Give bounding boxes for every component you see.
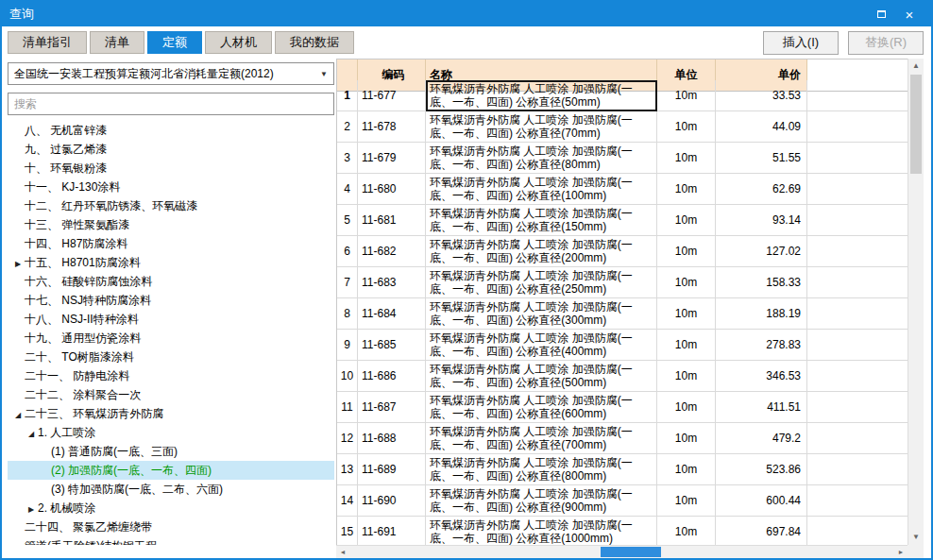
vertical-scrollbar-thumb[interactable] <box>910 75 922 174</box>
row-number-cell[interactable]: 12 <box>337 423 358 454</box>
price-cell[interactable]: 188.19 <box>716 298 807 330</box>
table-row[interactable]: 1111-687环氧煤沥青外防腐 人工喷涂 加强防腐(一底、一布、四面) 公称直… <box>337 392 908 423</box>
row-number-cell[interactable]: 6 <box>337 236 358 267</box>
unit-cell[interactable]: 10m <box>657 267 716 298</box>
tree-item[interactable]: 十六、 硅酸锌防腐蚀涂料 <box>8 272 334 291</box>
table-row[interactable]: 911-685环氧煤沥青外防腐 人工喷涂 加强防腐(一底、一布、四面) 公称直径… <box>337 330 908 361</box>
name-cell[interactable]: 环氧煤沥青外防腐 人工喷涂 加强防腐(一底、一布、四面) 公称直径(100mm) <box>426 174 657 205</box>
row-number-cell[interactable]: 2 <box>337 111 358 143</box>
row-number-cell[interactable]: 5 <box>337 205 358 236</box>
code-cell[interactable]: 11-677 <box>358 80 426 111</box>
tree-item[interactable]: 八、 无机富锌漆 <box>8 121 334 140</box>
name-cell[interactable]: 环氧煤沥青外防腐 人工喷涂 加强防腐(一底、一布、四面) 公称直径(700mm) <box>426 423 657 454</box>
code-cell[interactable]: 11-688 <box>358 423 426 454</box>
insert-button[interactable]: 插入(I) <box>763 31 839 55</box>
table-row[interactable]: 1211-688环氧煤沥青外防腐 人工喷涂 加强防腐(一底、一布、四面) 公称直… <box>337 423 908 454</box>
tree-item[interactable]: 十八、 NSJ-II特种涂料 <box>8 310 334 329</box>
tree-item[interactable]: 十九、 通用型仿瓷涂料 <box>8 329 334 348</box>
code-cell[interactable]: 11-687 <box>358 392 426 423</box>
name-cell[interactable]: 环氧煤沥青外防腐 人工喷涂 加强防腐(一底、一布、四面) 公称直径(400mm) <box>426 330 657 361</box>
tree-item[interactable]: ◢1. 人工喷涂 <box>8 423 334 442</box>
close-button[interactable]: × <box>895 5 924 24</box>
scroll-right-icon[interactable]: ► <box>894 546 908 558</box>
replace-button[interactable]: 替换(R) <box>848 31 924 55</box>
row-number-cell[interactable]: 7 <box>337 267 358 298</box>
table-row[interactable]: 411-680环氧煤沥青外防腐 人工喷涂 加强防腐(一底、一布、四面) 公称直径… <box>337 174 908 205</box>
code-cell[interactable]: 11-681 <box>358 205 426 236</box>
tab-list[interactable]: 清单 <box>90 31 144 54</box>
combo-dropdown-icon[interactable]: ▼ <box>316 70 331 78</box>
unit-cell[interactable]: 10m <box>657 298 716 330</box>
tree-item[interactable]: 二十四、 聚氯乙烯缠绕带 <box>8 518 334 536</box>
tab-quota[interactable]: 定额 <box>147 31 202 54</box>
unit-cell[interactable]: 10m <box>657 454 716 485</box>
tree-item[interactable]: 二十一、 防静电涂料 <box>8 366 334 385</box>
price-cell[interactable]: 44.09 <box>716 111 807 143</box>
table-row[interactable]: 211-678环氧煤沥青外防腐 人工喷涂 加强防腐(一底、一布、四面) 公称直径… <box>337 111 908 143</box>
row-number-cell[interactable]: 9 <box>337 330 358 361</box>
name-cell[interactable]: 环氧煤沥青外防腐 人工喷涂 加强防腐(一底、一布、四面) 公称直径(50mm) <box>426 80 657 111</box>
code-cell[interactable]: 11-682 <box>358 236 426 267</box>
search-input[interactable] <box>8 93 334 115</box>
tree-item[interactable]: (3) 特加强防腐(一底、二布、六面) <box>8 480 334 499</box>
code-cell[interactable]: 11-690 <box>358 485 426 517</box>
name-cell[interactable]: 环氧煤沥青外防腐 人工喷涂 加强防腐(一底、一布、四面) 公称直径(80mm) <box>426 143 657 174</box>
code-cell[interactable]: 11-683 <box>358 267 426 298</box>
tree-item[interactable]: ▶2. 机械喷涂 <box>8 499 334 518</box>
name-cell[interactable]: 环氧煤沥青外防腐 人工喷涂 加强防腐(一底、一布、四面) 公称直径(800mm) <box>426 454 657 485</box>
table-row[interactable]: 1511-691环氧煤沥青外防腐 人工喷涂 加强防腐(一底、一布、四面) 公称直… <box>337 517 908 545</box>
price-cell[interactable]: 33.53 <box>716 80 807 111</box>
tree-expanded-icon[interactable]: ◢ <box>11 406 25 423</box>
price-cell[interactable]: 523.86 <box>716 454 807 485</box>
unit-cell[interactable]: 10m <box>657 330 716 361</box>
unit-cell[interactable]: 10m <box>657 361 716 392</box>
table-row[interactable]: 511-681环氧煤沥青外防腐 人工喷涂 加强防腐(一底、一布、四面) 公称直径… <box>337 205 908 236</box>
tree-collapsed-icon[interactable]: ▶ <box>11 255 25 272</box>
name-cell[interactable]: 环氧煤沥青外防腐 人工喷涂 加强防腐(一底、一布、四面) 公称直径(900mm) <box>426 485 657 517</box>
tree-item[interactable]: 十二、 红丹环氧防锈漆、环氧磁漆 <box>8 196 334 215</box>
price-cell[interactable]: 158.33 <box>716 267 807 298</box>
row-number-cell[interactable]: 13 <box>337 454 358 485</box>
tab-list-guide[interactable]: 清单指引 <box>8 31 87 54</box>
table-row[interactable]: 1311-689环氧煤沥青外防腐 人工喷涂 加强防腐(一底、一布、四面) 公称直… <box>337 454 908 485</box>
tab-my-data[interactable]: 我的数据 <box>275 31 354 54</box>
horizontal-scrollbar-thumb[interactable] <box>601 547 661 557</box>
name-cell[interactable]: 环氧煤沥青外防腐 人工喷涂 加强防腐(一底、一布、四面) 公称直径(150mm) <box>426 205 657 236</box>
code-cell[interactable]: 11-680 <box>358 174 426 205</box>
table-row[interactable]: 1411-690环氧煤沥青外防腐 人工喷涂 加强防腐(一底、一布、四面) 公称直… <box>337 485 908 517</box>
tree-item[interactable]: (2) 加强防腐(一底、一布、四面) <box>8 461 334 480</box>
price-cell[interactable]: 62.69 <box>716 174 807 205</box>
table-row[interactable]: 311-679环氧煤沥青外防腐 人工喷涂 加强防腐(一底、一布、四面) 公称直径… <box>337 143 908 174</box>
scroll-left-icon[interactable]: ◄ <box>336 546 349 558</box>
scroll-up-icon[interactable]: ▲ <box>908 59 924 74</box>
tree-expanded-icon[interactable]: ◢ <box>25 425 38 442</box>
row-number-cell[interactable]: 4 <box>337 174 358 205</box>
table-row[interactable]: 611-682环氧煤沥青外防腐 人工喷涂 加强防腐(一底、一布、四面) 公称直径… <box>337 236 908 267</box>
code-cell[interactable]: 11-689 <box>358 454 426 485</box>
row-number-cell[interactable]: 15 <box>337 517 358 545</box>
code-cell[interactable]: 11-679 <box>358 143 426 174</box>
code-cell[interactable]: 11-678 <box>358 111 426 143</box>
price-cell[interactable]: 697.84 <box>716 517 807 545</box>
tree-collapsed-icon[interactable]: ▶ <box>25 501 38 518</box>
tree-item[interactable]: 九、 过氯乙烯漆 <box>8 140 334 159</box>
name-cell[interactable]: 环氧煤沥青外防腐 人工喷涂 加强防腐(一底、一布、四面) 公称直径(250mm) <box>426 267 657 298</box>
unit-cell[interactable]: 10m <box>657 392 716 423</box>
unit-cell[interactable]: 10m <box>657 143 716 174</box>
row-number-cell[interactable]: 1 <box>337 80 358 111</box>
code-cell[interactable]: 11-686 <box>358 361 426 392</box>
tab-labor-material-machine[interactable]: 人材机 <box>205 31 272 54</box>
tree-item[interactable]: ◢二十三、 环氧煤沥青外防腐 <box>8 404 334 423</box>
row-number-cell[interactable]: 10 <box>337 361 358 392</box>
price-cell[interactable]: 411.51 <box>716 392 807 423</box>
price-cell[interactable]: 93.14 <box>716 205 807 236</box>
unit-cell[interactable]: 10m <box>657 517 716 545</box>
unit-cell[interactable]: 10m <box>657 423 716 454</box>
code-cell[interactable]: 11-684 <box>358 298 426 330</box>
row-number-cell[interactable]: 11 <box>337 392 358 423</box>
tree-item[interactable]: 二十二、 涂料聚合一次 <box>8 385 334 404</box>
price-cell[interactable]: 278.83 <box>716 330 807 361</box>
tree-item[interactable]: 十三、 弹性聚氨酯漆 <box>8 215 334 234</box>
tree-item[interactable]: 十、 环氧银粉漆 <box>8 159 334 178</box>
tree-item[interactable]: 十七、 NSJ特种防腐涂料 <box>8 291 334 310</box>
